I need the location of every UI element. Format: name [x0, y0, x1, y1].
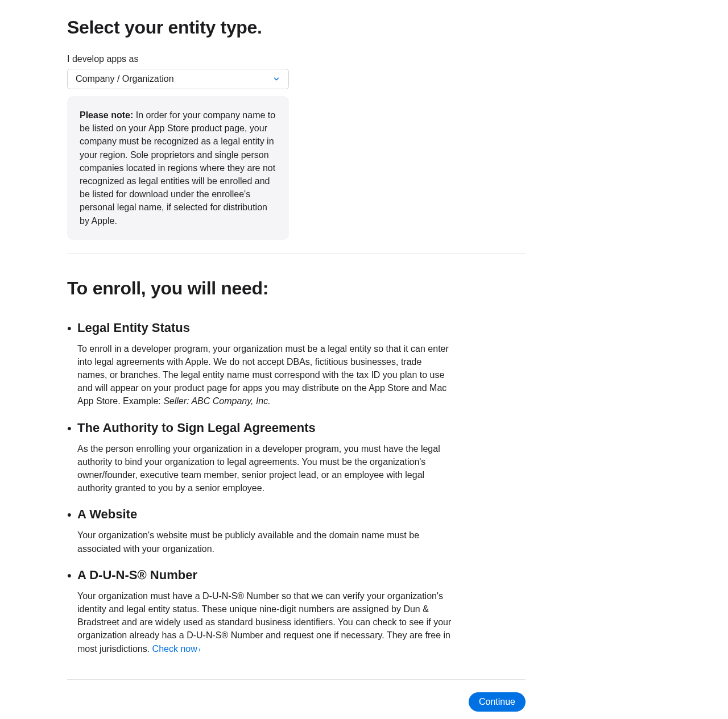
- chevron-right-icon: ›: [198, 645, 201, 655]
- entity-note-text: In order for your company name to be lis…: [80, 110, 275, 226]
- requirement-duns: A D-U-N-S® Number Your organization must…: [77, 568, 526, 655]
- section-divider: [67, 253, 526, 254]
- page-title: Select your entity type.: [67, 17, 526, 38]
- entity-note-prefix: Please note:: [80, 110, 133, 120]
- entity-type-label: I develop apps as: [67, 54, 526, 64]
- requirement-title: The Authority to Sign Legal Agreements: [77, 421, 526, 435]
- requirement-example: Seller: ABC Company, Inc.: [163, 396, 271, 406]
- requirement-body: Your organization must have a D-U-N-S® N…: [77, 589, 453, 655]
- check-now-link[interactable]: Check now›: [152, 644, 201, 654]
- continue-button[interactable]: Continue: [469, 692, 526, 712]
- footer-divider: [67, 679, 526, 680]
- entity-type-selected-value: Company / Organization: [76, 74, 174, 84]
- requirement-body: Your organization's website must be publ…: [77, 529, 453, 555]
- chevron-down-icon: [272, 75, 280, 83]
- entity-type-select[interactable]: Company / Organization: [67, 69, 289, 89]
- enroll-heading: To enroll, you will need:: [67, 278, 526, 299]
- requirement-body: As the person enrolling your organizatio…: [77, 442, 453, 495]
- requirement-title: A D-U-N-S® Number: [77, 568, 526, 583]
- requirement-body: To enroll in a developer program, your o…: [77, 342, 453, 408]
- entity-note-box: Please note: In order for your company n…: [67, 96, 289, 240]
- requirement-title: Legal Entity Status: [77, 321, 526, 335]
- requirement-title: A Website: [77, 507, 526, 522]
- requirement-website: A Website Your organization's website mu…: [77, 507, 526, 555]
- requirement-legal-entity: Legal Entity Status To enroll in a devel…: [77, 321, 526, 408]
- requirement-authority: The Authority to Sign Legal Agreements A…: [77, 421, 526, 495]
